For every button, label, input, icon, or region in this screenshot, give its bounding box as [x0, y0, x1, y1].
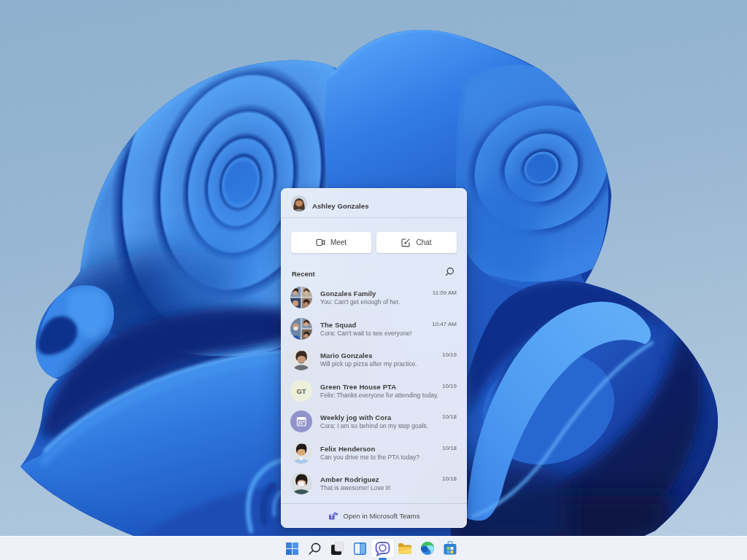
svg-text:GT: GT [296, 387, 306, 395]
svg-text:T: T [330, 513, 333, 518]
